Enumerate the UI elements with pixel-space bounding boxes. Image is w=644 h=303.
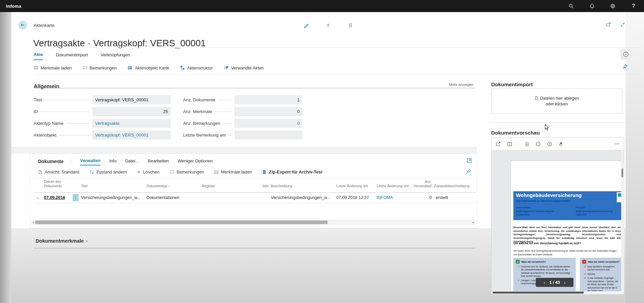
column-header-letzte-aenderung-am[interactable]: Letzte Änderung am xyxy=(336,184,377,190)
expand-list-icon[interactable] xyxy=(465,157,474,163)
dokumente-header: Dokumente Verwalten Info Datei... Bearbe… xyxy=(38,157,213,165)
open-external-icon[interactable] xyxy=(496,141,501,147)
file-structure-button[interactable]: Aktenstruktur xyxy=(180,65,213,70)
related-files-button[interactable]: Verwandte Akten xyxy=(224,65,264,70)
scrollbar-thumb[interactable] xyxy=(35,220,328,224)
mouse-cursor xyxy=(544,124,550,131)
anz-dokumente-input[interactable]: 1 xyxy=(234,95,302,104)
zoom-out-icon[interactable] xyxy=(535,141,541,147)
tab-verknuepfungen[interactable]: Verknüpfungen xyxy=(101,51,130,60)
titel-input[interactable]: Vertragskopf: VERS_00001 xyxy=(92,95,171,104)
view-standard-button[interactable]: Ansicht: Standard xyxy=(38,169,79,174)
column-header-letzte-aenderung-von[interactable]: Letzte Änderung von xyxy=(377,184,414,190)
column-header-anz-versandauf[interactable]: Anz. Versandauf... xyxy=(414,180,434,190)
more-options-icon[interactable]: ••• xyxy=(615,142,620,146)
column-header-beschreibung[interactable]: Beschreibung xyxy=(271,184,336,190)
menu-weniger-optionen[interactable]: Weniger Optionen xyxy=(178,158,213,165)
ribbon-label: Aktenobjekt Karte xyxy=(135,65,169,70)
sort-ascending-icon: ↑ xyxy=(168,184,170,188)
menu-bearbeiten[interactable]: Bearbeiten xyxy=(148,158,169,165)
show-more-link[interactable]: Mehr anzeigen xyxy=(447,82,475,87)
next-page-icon[interactable]: › xyxy=(564,280,566,285)
add-icon[interactable]: + xyxy=(325,21,332,29)
ribbon-label: Merkmale laden xyxy=(41,65,72,70)
column-header-jahr[interactable]: Jahr xyxy=(256,184,271,190)
zoom-in-icon[interactable] xyxy=(547,141,552,147)
field-value-link[interactable]: 0 xyxy=(297,121,300,126)
help-icon[interactable]: ? xyxy=(628,1,639,11)
pdf-title: Wohngebäudeversicherung xyxy=(516,193,582,198)
table-row[interactable]: → 07.09.2018 ⋮ Versicherungsbedingungen_… xyxy=(35,193,476,203)
anz-bemerkungen-input[interactable]: 0 xyxy=(234,119,302,128)
load-attributes-button[interactable]: Merkmale laden xyxy=(34,65,72,70)
preview-viewport[interactable]: Wohngebäudeversicherung Informationsblat… xyxy=(491,150,624,292)
pin-icon[interactable] xyxy=(466,169,471,174)
documents-table-header: Datum des Dokuments Titel Dokumenttyp ↑ … xyxy=(35,180,476,190)
fit-page-icon[interactable] xyxy=(525,142,529,147)
table-horizontal-scrollbar[interactable]: ◂ ▸ xyxy=(31,220,475,225)
back-button[interactable] xyxy=(18,20,27,30)
pdf-company-country: Deutschland xyxy=(516,213,530,216)
preview-horizontal-scrollbar[interactable] xyxy=(491,291,624,294)
field-value: 1 xyxy=(297,97,300,102)
window-controls xyxy=(605,21,626,28)
aktenobjekt-input[interactable]: Vertragskopf: VERS_00001 xyxy=(92,131,171,140)
split-view-icon[interactable] xyxy=(507,142,512,147)
menu-verwalten[interactable]: Verwalten xyxy=(80,157,100,165)
settings-gear-icon[interactable] xyxy=(607,1,618,11)
column-header-register[interactable]: Register xyxy=(202,184,256,190)
dokumente-heading: Dokumente xyxy=(38,159,63,164)
cell-letzte-aenderung-von-link[interactable]: INFOMA xyxy=(377,195,414,200)
delete-row-button[interactable]: ✕ Löschen xyxy=(137,169,160,174)
change-state-button[interactable]: Zustand ändern xyxy=(89,169,127,174)
id-input[interactable]: 25 xyxy=(92,107,171,116)
notifications-bell-icon[interactable] xyxy=(586,1,598,11)
divider xyxy=(30,178,477,179)
edit-pencil-icon[interactable] xyxy=(302,21,310,29)
menu-info[interactable]: Info xyxy=(109,158,117,165)
cell-letzte-aenderung-am: 07.09.2018 12:27 xyxy=(336,195,377,200)
column-header-datum[interactable]: Datum des Dokuments xyxy=(44,180,73,190)
load-attributes-button[interactable]: Merkmale laden xyxy=(214,169,252,174)
info-icon[interactable] xyxy=(620,49,631,60)
scroll-left-icon[interactable]: ◂ xyxy=(31,221,35,224)
dotted-leader xyxy=(228,135,231,136)
row-menu-icon[interactable]: ⋮ xyxy=(73,194,79,201)
delete-trash-icon[interactable] xyxy=(347,21,354,29)
pdf-box-title: Was ist versichert? xyxy=(521,260,546,263)
field-anz-dokumente: Anz. Dokumente 1 xyxy=(183,95,302,104)
scrollbar-thumb[interactable] xyxy=(492,292,584,294)
menu-datei[interactable]: Datei... xyxy=(125,158,139,165)
collapse-view-icon[interactable] xyxy=(619,21,626,28)
pan-hand-icon[interactable] xyxy=(558,141,564,147)
scrollbar-thumb[interactable] xyxy=(621,168,623,177)
zip-export-button[interactable]: Zip-Export für Archiv-Test xyxy=(262,169,323,174)
dokumentmerkmale-section-toggle[interactable]: Dokumentmerkmale › xyxy=(34,238,89,244)
previous-page-icon[interactable]: ‹ xyxy=(544,280,545,285)
pin-icon[interactable] xyxy=(622,64,628,69)
scroll-right-icon[interactable]: ▸ xyxy=(471,221,475,224)
column-header-titel[interactable]: Titel xyxy=(81,184,146,190)
aktentyp-input[interactable]: Vertragsakte xyxy=(92,119,171,128)
search-icon[interactable] xyxy=(565,1,577,11)
tab-dokumentimport[interactable]: Dokumentimport xyxy=(56,51,88,60)
field-value-link[interactable]: Vertragskopf: VERS_00001 xyxy=(95,133,148,138)
open-in-new-window-icon[interactable] xyxy=(605,21,612,28)
letzte-bemerkung-input[interactable] xyxy=(234,131,302,140)
file-dropzone[interactable]: Dateien hier ablegen oder klicken xyxy=(491,89,622,113)
pdf-subtitle: Informationsblatt zu Versicherungsproduk… xyxy=(516,199,570,202)
file-object-card-button[interactable]: Aktenobjekt Karte xyxy=(127,65,169,70)
document-date-link[interactable]: 07.09.2018 xyxy=(44,195,65,200)
table-icon xyxy=(214,170,219,174)
column-header-dokumenttyp[interactable]: Dokumenttyp ↑ xyxy=(146,184,202,190)
anz-merkmale-input[interactable]: 0 xyxy=(234,107,302,116)
left-edge-strip xyxy=(0,12,11,303)
column-header-zustandsbeschreibung[interactable]: Zustandsbeschreibung xyxy=(434,184,476,190)
ribbon-label: Aktenstruktur xyxy=(187,65,213,70)
comments-button[interactable]: Bemerkungen xyxy=(83,65,117,70)
field-value-link[interactable]: Vertragsakte xyxy=(95,121,120,126)
preview-vertical-scrollbar[interactable] xyxy=(621,151,624,291)
tab-akte[interactable]: Akte xyxy=(34,51,43,60)
section-divider xyxy=(34,88,475,88)
comments-button[interactable]: Bemerkungen xyxy=(170,169,204,174)
